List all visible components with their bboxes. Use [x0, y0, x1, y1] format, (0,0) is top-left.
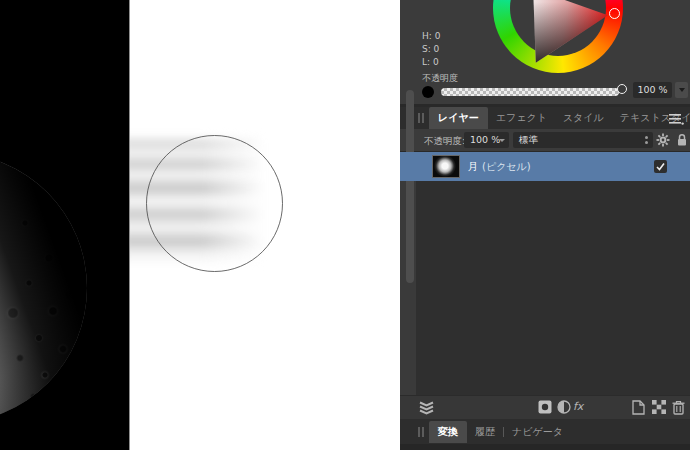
hue-value: H: 0: [422, 30, 440, 43]
blend-mode-value: 標準: [519, 134, 538, 145]
layer-opacity-select[interactable]: 100 %: [464, 132, 509, 148]
panel-drag-grip-icon[interactable]: [418, 427, 424, 437]
panel-drag-grip-icon[interactable]: [418, 113, 424, 123]
lock-icon[interactable]: [675, 133, 689, 147]
tab-effects[interactable]: エフェクト: [488, 107, 555, 129]
photo-editor-window: H: 0 S: 0 L: 0 不透明度 100 % レイヤー エフェクト スタイ…: [0, 0, 690, 450]
color-opacity-slider[interactable]: [441, 88, 619, 96]
color-opacity-label: 不透明度: [422, 72, 458, 85]
moon-image: [0, 153, 87, 423]
tab-layers[interactable]: レイヤー: [429, 107, 488, 129]
color-opacity-value[interactable]: 100 %: [633, 82, 672, 98]
color-opacity-dropdown-arrow[interactable]: [675, 82, 688, 98]
fx-effects-icon[interactable]: fx: [573, 400, 583, 413]
layers-toolbar: fx: [400, 395, 690, 419]
gear-icon[interactable]: [656, 133, 670, 147]
color-opacity-slider-handle[interactable]: [617, 84, 627, 94]
blend-mode-select[interactable]: 標準: [513, 132, 653, 148]
layers-list-empty-area[interactable]: [416, 181, 690, 395]
layer-visibility-checkbox[interactable]: [654, 160, 667, 173]
mask-layer-icon[interactable]: [538, 400, 554, 416]
current-color-swatch[interactable]: [422, 86, 434, 98]
layers-tabbar: レイヤー エフェクト スタイル テキストスタイル: [400, 107, 690, 129]
lightness-value: L: 0: [422, 56, 440, 69]
saturation-value: S: 0: [422, 43, 440, 56]
layer-opacity-label: 不透明度:: [424, 135, 465, 148]
hsl-readout: H: 0 S: 0 L: 0: [422, 30, 440, 69]
tab-transform[interactable]: 変換: [429, 421, 467, 443]
layer-name: 月(ピクセル): [468, 160, 531, 174]
layer-stack-icon[interactable]: [418, 400, 434, 416]
new-pixel-layer-icon[interactable]: [652, 400, 668, 416]
layer-options-row: 不透明度: 100 % 標準: [400, 129, 690, 151]
hue-selector-handle[interactable]: [609, 8, 620, 19]
right-panel: H: 0 S: 0 L: 0 不透明度 100 % レイヤー エフェクト スタイ…: [400, 0, 690, 450]
adjustment-layer-icon[interactable]: [557, 400, 573, 416]
canvas-document[interactable]: [129, 0, 400, 450]
canvas-moon-area[interactable]: [0, 0, 129, 450]
tab-navigator[interactable]: ナビゲータ: [504, 421, 571, 443]
moon-craters: [0, 153, 87, 423]
panel-menu-icon[interactable]: [669, 113, 684, 125]
brush-cursor-circle: [146, 135, 283, 272]
new-layer-icon[interactable]: [632, 400, 648, 416]
color-panel: H: 0 S: 0 L: 0 不透明度 100 %: [400, 0, 690, 104]
delete-layer-icon[interactable]: [672, 400, 688, 416]
blend-stepper-icon[interactable]: [645, 136, 648, 144]
next-panel-edge: [400, 444, 690, 450]
panel-scrollbar[interactable]: [406, 90, 414, 283]
bottom-tabbar: 変換 履歴 ナビゲータ: [400, 419, 690, 444]
tab-history[interactable]: 履歴: [467, 421, 503, 443]
layer-thumbnail[interactable]: [432, 155, 460, 178]
layer-kind: (ピクセル): [482, 161, 531, 172]
tab-styles[interactable]: スタイル: [555, 107, 612, 129]
layer-row-moon[interactable]: 月(ピクセル): [400, 152, 690, 181]
